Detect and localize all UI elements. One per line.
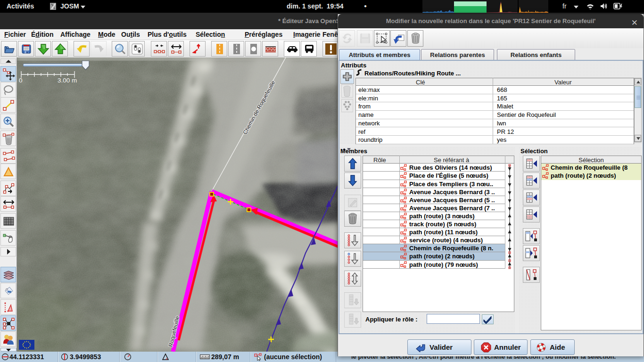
svg-text:0: 0 <box>19 77 23 84</box>
svg-text:3.00 m: 3.00 m <box>58 77 77 84</box>
